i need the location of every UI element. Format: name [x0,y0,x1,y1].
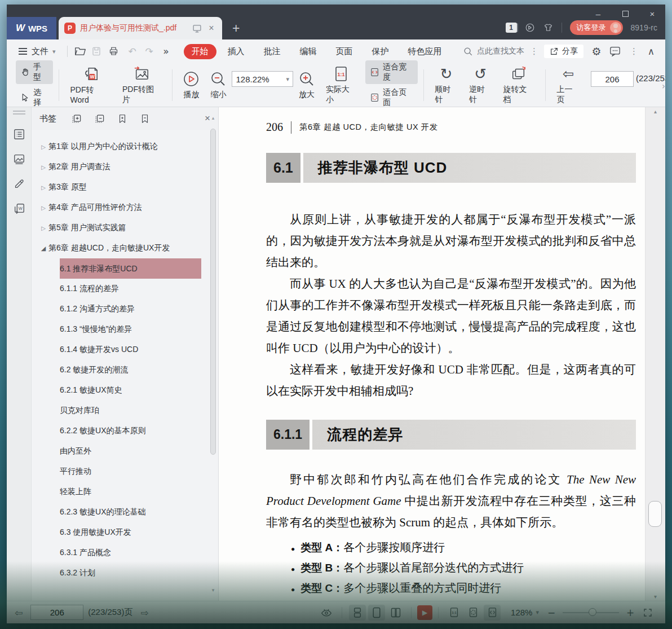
previous-page-button[interactable]: ⇦ 上一页 [551,65,585,105]
bookmark-item[interactable]: ▷第2章 用户调查法 [32,157,218,177]
add-bookmark-icon[interactable] [117,113,127,124]
bookmark-item[interactable]: 6.1.1 流程的差异 [32,279,218,299]
menu-tab[interactable]: 编辑 [292,44,325,59]
bookmark-item[interactable]: 6.2 敏捷开发的潮流 [32,360,218,380]
zoom-slider-thumb[interactable] [589,608,596,616]
document-scrollbar[interactable]: ▴ ▾ [645,107,665,601]
bookmark-item[interactable]: 平行推动 [32,461,218,482]
statusbar-zoom-value[interactable]: 128% [511,608,532,617]
file-menu-button[interactable]: 文件 ▾ [14,46,60,57]
bookmark-item[interactable]: ▷第1章 以用户为中心的设计概论 [32,137,218,157]
bookmark-item[interactable]: 6.1.3 “慢慢地”的差异 [32,319,218,340]
scroll-up-icon[interactable]: ▴ [210,115,216,121]
fullscreen-icon[interactable] [639,605,656,621]
fit-page-button[interactable]: 适合页面 [365,86,418,109]
scroll-down-icon[interactable]: ▾ [646,593,665,600]
fit-width-icon[interactable] [484,605,501,621]
pdf-to-word-button[interactable]: W PDF转Word [65,66,117,104]
save-icon[interactable] [91,46,106,56]
prev-page-arrow-icon[interactable]: ⇦ [15,607,23,618]
find-text-button[interactable]: 点此查找文本 [463,46,524,56]
bookmark-item[interactable]: 6.2.1 敏捷UX简史 [32,380,218,401]
docer-templates-icon[interactable] [525,23,535,33]
bookmark-item[interactable]: 6.3.1 产品概念 [32,543,218,563]
collapse-all-icon[interactable] [94,113,105,124]
collapse-ribbon-icon[interactable]: ∧ [644,46,658,57]
more-quick-tools-icon[interactable]: » [159,46,174,57]
bookmark-item[interactable]: 6.1 推荐非瀑布型UCD [32,258,218,279]
zoom-caret-icon[interactable]: ▾ [286,76,289,83]
close-window-icon[interactable]: × [646,9,658,19]
menu-tab[interactable]: 插入 [220,44,253,59]
remove-bookmark-icon[interactable] [140,113,150,124]
toolbar-overflow-chevron-icon[interactable]: › [662,81,665,91]
bookmark-item[interactable]: 由内至外 [32,441,218,461]
sidebar-scrollbar[interactable]: ▴ ▾ [210,115,216,593]
toolbar-page-number-input[interactable] [591,71,634,87]
document-viewer[interactable]: 206 第6章 超越 UCD，走向敏捷 UX 开发 6.1 推荐非瀑布型 UCD… [219,107,645,601]
convert-panel-icon[interactable]: W [13,203,25,215]
scroll-up-icon[interactable]: ▴ [646,108,665,115]
wps-home-tab[interactable]: W WPS [7,17,56,39]
expand-tree-icon[interactable]: ▷ [38,184,48,191]
zoom-out-button[interactable]: 缩小 [205,71,232,100]
present-monitor-icon[interactable] [192,24,202,33]
rotate-clockwise-button[interactable]: ↻ 顺时针 [430,65,464,105]
zoom-in-button[interactable]: 放大 [293,71,320,100]
minimize-icon[interactable]: – [592,9,604,19]
settings-gear-icon[interactable]: ⚙ [589,45,604,58]
expand-tree-icon[interactable]: ▷ [38,205,48,211]
fit-width-button[interactable]: 适合宽度 [365,60,418,84]
print-icon[interactable] [108,46,123,56]
menu-tab[interactable]: 特色应用 [400,44,450,59]
hand-tool-button[interactable]: 手型 [16,60,53,84]
share-button[interactable]: 分享 [544,45,583,58]
bookmark-item[interactable]: 6.1.2 沟通方式的差异 [32,299,218,319]
panel-drag-handle-icon[interactable] [13,111,25,115]
guest-login-button[interactable]: 访客登录 [570,20,623,35]
document-scrollbar-thumb[interactable] [648,501,662,527]
maximize-icon[interactable] [619,9,631,19]
zoom-in-plus-icon[interactable]: + [625,607,636,618]
signature-panel-icon[interactable] [13,178,25,190]
new-tab-icon[interactable]: + [232,21,240,36]
window-count-badge[interactable]: 1 [506,23,517,33]
zoom-level-combobox[interactable]: 128.22% ▾ [232,71,293,87]
rotate-counterclockwise-button[interactable]: ↺ 逆时针 [463,65,498,105]
single-page-view-icon[interactable] [368,605,385,621]
bookmark-item[interactable]: ▷第5章 用户测试实践篇 [32,218,218,238]
bookmark-item[interactable]: ▷第4章 产品可用性评价方法 [32,197,218,218]
rotate-document-button[interactable]: 旋转文档 [498,65,540,105]
play-fullscreen-icon[interactable]: ▶ [417,605,432,620]
bookmark-item[interactable]: 轻装上阵 [32,482,218,502]
bookmark-item[interactable]: 6.2.3 敏捷UX的理论基础 [32,502,218,522]
bookmark-item[interactable]: ▷第3章 原型 [32,177,218,197]
redo-icon[interactable]: ↷ [142,46,157,57]
statusbar-page-number-input[interactable] [30,605,83,620]
play-presentation-button[interactable]: 播放 [178,71,205,100]
select-tool-button[interactable]: 选择 [16,86,53,109]
document-tab[interactable]: P 用户体验与可用性测试_.pdf × [59,17,222,39]
zoom-slider[interactable] [563,612,619,613]
pdf-to-image-button[interactable]: PDF转图片 [117,65,166,105]
comment-feedback-icon[interactable] [609,46,624,56]
bookmark-item[interactable]: 6.2.2 敏捷UX的基本原则 [32,421,218,441]
expand-tree-icon[interactable]: ▷ [38,164,48,170]
menu-tab[interactable]: 开始 [184,44,216,59]
sidebar-scrollbar-thumb[interactable] [210,129,216,455]
more-options-icon[interactable]: ⋮ [530,46,538,56]
expand-tree-icon[interactable]: ▷ [38,225,48,231]
menu-tab[interactable]: 页面 [328,44,361,59]
bookmark-item[interactable]: 贝克对库珀 [32,401,218,421]
expand-tree-icon[interactable]: ▷ [38,144,48,150]
outline-panel-icon[interactable] [13,128,25,140]
zoom-out-minus-icon[interactable]: − [546,607,557,618]
zoom-caret-icon[interactable]: ▾ [536,609,539,616]
scroll-down-icon[interactable]: ▾ [210,587,216,593]
menu-tab[interactable]: 保护 [364,44,397,59]
undo-icon[interactable]: ↶ [125,46,140,57]
bookmark-item[interactable]: 6.1.4 敏捷开发vs UCD [32,340,218,360]
collapse-tree-icon[interactable]: ◢ [38,245,48,252]
expand-all-icon[interactable] [71,113,82,124]
actual-size-icon[interactable]: 1:1 [445,605,462,621]
